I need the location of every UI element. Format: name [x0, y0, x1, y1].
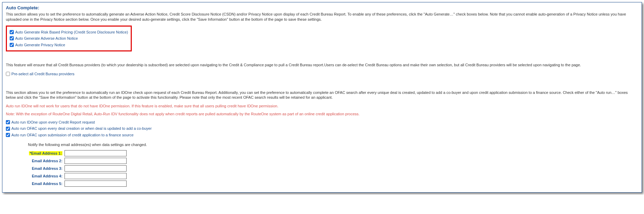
autorun-idone-checkbox[interactable] — [6, 120, 10, 124]
email-input-1[interactable] — [65, 150, 127, 156]
email-label-5: Email Address 5: — [28, 180, 63, 187]
email-row-4: Email Address 4: — [28, 172, 128, 180]
section-title: Auto Complete: — [6, 5, 638, 10]
autogen-privacy-checkbox[interactable] — [10, 43, 14, 47]
email-label-3: Email Address 3: — [28, 165, 63, 172]
idv-note: Note: With the exception of RouteOne Dig… — [6, 111, 638, 117]
idone-warning: Auto run IDOne will not work for users t… — [6, 104, 638, 109]
email-label-4: Email Address 4: — [28, 172, 63, 180]
autorun-ofac-deal-row: Auto run OFAC upon every deal creation o… — [6, 126, 638, 132]
email-row-2: Email Address 2: — [28, 157, 128, 165]
preselect-label: Pre-select all Credit Bureau providers — [11, 71, 75, 77]
autorun-ofac-submit-row: Auto run OFAC upon submission of credit … — [6, 132, 638, 138]
autorun-ofac-submit-label: Auto run OFAC upon submission of credit … — [11, 132, 133, 138]
preselect-row: Pre-select all Credit Bureau providers — [6, 71, 638, 77]
autorun-idone-row: Auto run IDOne upon every Credit Report … — [6, 119, 638, 125]
email-notify-text: Notify the following email address(es) w… — [28, 143, 638, 147]
autogen-description: This section allows you to set the prefe… — [6, 12, 638, 22]
email-label-2: Email Address 2: — [28, 157, 63, 165]
autorun-ofac-deal-checkbox[interactable] — [6, 127, 10, 131]
autogen-adverse-checkbox[interactable] — [10, 36, 14, 40]
autorun-description: This section allows you to set the prefe… — [6, 90, 638, 100]
email-input-4[interactable] — [65, 173, 127, 179]
autogen-privacy-label: Auto Generate Privacy Notice — [15, 42, 65, 48]
email-section: Notify the following email address(es) w… — [28, 143, 638, 187]
preselect-description: This feature will ensure that all Credit… — [6, 62, 638, 68]
autogen-risk-label: Auto Generate Risk Based Pricing (Credit… — [15, 29, 128, 35]
autogen-adverse-label: Auto Generate Adverse Action Notice — [15, 36, 78, 41]
email-row-1: *Email Address 1: — [28, 149, 128, 157]
preselect-checkbox[interactable] — [6, 72, 10, 76]
auto-complete-panel: Auto Complete: This section allows you t… — [2, 2, 642, 193]
autogen-risk-checkbox[interactable] — [10, 30, 14, 34]
autogen-highlight-box: Auto Generate Risk Based Pricing (Credit… — [6, 26, 132, 52]
email-input-2[interactable] — [65, 158, 127, 164]
email-table: *Email Address 1: Email Address 2: Email… — [28, 149, 128, 187]
autorun-ofac-deal-label: Auto run OFAC upon every deal creation o… — [11, 126, 152, 132]
autogen-privacy-row: Auto Generate Privacy Notice — [10, 42, 128, 48]
email-row-5: Email Address 5: — [28, 180, 128, 187]
autorun-idone-label: Auto run IDOne upon every Credit Report … — [11, 119, 95, 125]
autogen-risk-row: Auto Generate Risk Based Pricing (Credit… — [10, 29, 128, 35]
email-input-5[interactable] — [65, 181, 127, 187]
email-input-3[interactable] — [65, 165, 127, 172]
autorun-ofac-submit-checkbox[interactable] — [6, 133, 10, 137]
email-label-1: *Email Address 1: — [29, 151, 62, 155]
autogen-adverse-row: Auto Generate Adverse Action Notice — [10, 36, 128, 41]
email-row-3: Email Address 3: — [28, 165, 128, 172]
